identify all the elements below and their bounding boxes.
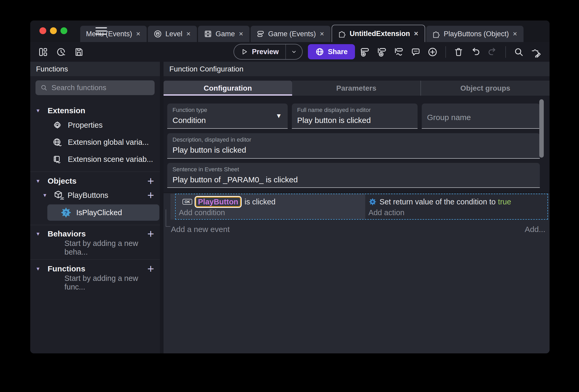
collapse-icon[interactable]: ▾ [37,265,43,272]
edit-extension-icon[interactable] [531,47,542,58]
add-new-event-link[interactable]: Add a new event [171,225,230,234]
collapse-icon[interactable]: ▾ [43,192,50,199]
tab-label: Game [216,30,235,38]
add-event-icon[interactable] [359,47,370,57]
button-icon: OK [182,199,192,205]
action-value[interactable]: true [498,198,511,206]
add-subevent-icon[interactable] [377,47,387,57]
close-icon[interactable]: × [136,30,141,38]
delete-icon[interactable] [454,47,464,57]
functions-sidebar: Functions ▾ Extension Properties [30,62,160,353]
maximize-window-button[interactable] [60,27,67,34]
tab-parameters[interactable]: Parameters [292,81,421,96]
add-condition-link[interactable]: Add condition [176,208,365,217]
scene-variable-icon [53,155,62,164]
close-icon[interactable]: × [238,30,243,38]
sentence-field[interactable]: Sentence in Events Sheet Play button of … [167,163,540,188]
save-icon[interactable] [74,47,84,57]
tab-menu-events[interactable]: Menu (Events) × [80,26,147,42]
group-name-field[interactable]: Group name [422,104,540,129]
tab-configuration[interactable]: Configuration [164,81,292,96]
section-label: Objects [48,177,77,185]
tab-object-groups[interactable]: Object groups [420,81,550,96]
puzzle-icon [432,30,440,38]
close-icon[interactable]: × [413,29,419,38]
history-icon[interactable] [56,47,66,57]
event-drag-handle[interactable] [170,194,175,220]
sidebar-item-playbuttons[interactable]: ▾ 2D PlayButtons + [30,187,160,203]
add-function-button[interactable]: + [147,263,154,275]
close-icon[interactable]: × [319,30,324,38]
add-behavior-button[interactable]: + [147,228,154,240]
sidebar-item-isplayclicked-selected[interactable]: ? IsPlayClicked [47,204,159,221]
tab-game[interactable]: Game × [198,26,250,42]
section-objects[interactable]: ▾ Objects + [30,175,160,187]
desktop-background: Menu (Events) × Level × Game × Game (Eve… [0,0,579,392]
events-sheet: OK PlayButton is clicked Add condition [164,193,550,353]
description-field[interactable]: Description, displayed in editor Play bu… [167,133,540,159]
window-controls [39,27,67,34]
collapse-icon[interactable]: ▾ [37,230,43,237]
tab-game-events[interactable]: Game (Events) × [251,26,331,42]
divider [30,259,160,260]
content-area: Functions ▾ Extension Properties [30,62,550,353]
close-icon[interactable]: × [512,30,517,38]
configuration-tabs: Configuration Parameters Object groups [164,81,550,96]
close-icon[interactable]: × [186,30,191,38]
tab-level[interactable]: Level × [148,26,197,42]
add-object-function-button[interactable]: + [147,189,154,201]
sidebar-item-extension-scene-variables[interactable]: Extension scene variab... [30,151,160,168]
function-type-select[interactable]: Function type Condition ▼ [167,104,288,129]
full-name-field[interactable]: Full name displayed in editor Play butto… [292,104,418,129]
add-comment-icon[interactable] [411,47,421,57]
redo-icon[interactable] [487,47,498,57]
extension-tree: ▾ Extension Properties Extension global … [30,95,160,291]
undo-icon[interactable] [470,47,481,57]
section-extension[interactable]: ▾ Extension [30,105,160,117]
tab-bar: Menu (Events) × Level × Game × Game (Eve… [80,25,525,42]
add-circle-icon[interactable] [427,47,438,57]
tab-label: PlayButtons (Object) [444,30,509,38]
toolbar-divider [505,46,506,58]
functions-empty-hint: Start by adding a new func... [30,275,160,291]
add-more-button[interactable]: Add... [525,225,545,234]
svg-text:2D: 2D [60,197,64,200]
section-label: Behaviors [48,229,86,238]
action-gear-icon [368,198,377,206]
titlebar: Menu (Events) × Level × Game × Game (Eve… [30,20,550,42]
minimize-window-button[interactable] [50,27,57,34]
preview-button[interactable]: Preview [233,44,303,60]
share-button[interactable]: Share [308,44,355,59]
tab-label: UntitledExtension [350,30,410,38]
add-object-button[interactable]: + [147,175,154,187]
sidebar-item-extension-global-variables[interactable]: Extension global varia... [30,134,160,151]
action-text: Set return value of the condition to [379,198,496,206]
add-other-event-icon[interactable] [394,47,404,57]
tab-untitled-extension[interactable]: UntitledExtension × [332,25,425,42]
section-behaviors[interactable]: ▾ Behaviors + [30,228,160,240]
sidebar-title: Functions [36,65,68,73]
actions-column[interactable]: Set return value of the condition to tru… [365,194,547,219]
collapse-icon[interactable]: ▾ [37,178,43,184]
condition-object-chip[interactable]: PlayButton [195,197,241,207]
panels-layout-icon[interactable] [38,47,48,57]
search-icon [40,84,48,92]
app-window: Menu (Events) × Level × Game × Game (Eve… [30,20,550,353]
preview-options-dropdown[interactable] [286,44,302,59]
object-2d-cube-icon: 2D [53,190,64,200]
main-menu-icon[interactable] [95,27,107,35]
sidebar-item-properties[interactable]: Properties [30,117,160,134]
collapse-icon[interactable]: ▾ [37,107,43,114]
tab-playbuttons-object[interactable]: PlayButtons (Object) × [426,26,524,42]
event-row[interactable]: OK PlayButton is clicked Add condition [170,194,548,220]
close-window-button[interactable] [39,27,46,34]
page-title: Function Configuration [169,65,243,73]
scrollbar-thumb[interactable] [539,99,544,158]
search-icon[interactable] [514,47,524,57]
conditions-column[interactable]: OK PlayButton is clicked Add condition [176,194,365,219]
section-functions[interactable]: ▾ Functions + [30,263,160,275]
section-label: Functions [48,264,85,273]
search-functions-box[interactable] [35,80,155,95]
add-action-link[interactable]: Add action [365,208,547,217]
search-functions-input[interactable] [52,84,150,92]
